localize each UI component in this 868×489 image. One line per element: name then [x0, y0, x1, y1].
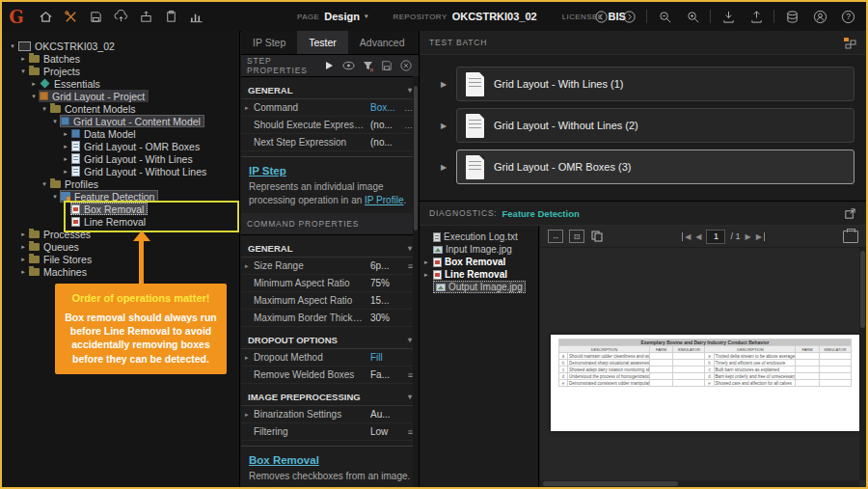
property-row-next-step[interactable]: Next Step Expression(no...: [241, 134, 419, 151]
vertical-scrollbar[interactable]: [859, 248, 866, 480]
database-icon[interactable]: [781, 6, 802, 27]
home-icon[interactable]: [35, 6, 56, 27]
tree-item-batches[interactable]: Batches: [2, 52, 239, 65]
expand-arrow-icon[interactable]: [61, 127, 70, 140]
clipboard-icon[interactable]: [160, 6, 181, 27]
property-value[interactable]: Box...: [370, 102, 401, 113]
property-value[interactable]: 15...: [370, 295, 401, 306]
diag-node-box-removal[interactable]: Box Removal: [422, 256, 535, 268]
property-value[interactable]: 6p...: [370, 260, 401, 271]
tree-item-profiles[interactable]: Profiles: [2, 177, 239, 190]
ip-step-help-link[interactable]: IP Step: [249, 165, 286, 177]
clear-filter-icon[interactable]: [361, 59, 374, 72]
menu-button[interactable]: [401, 370, 413, 380]
property-row-should-execute[interactable]: Should Execute Expression(no...: [241, 117, 419, 134]
expand-arrow-icon[interactable]: [18, 240, 28, 253]
diag-file-input-image[interactable]: Input Image.jpg: [422, 243, 535, 256]
account-icon[interactable]: [809, 6, 830, 27]
preview-eye-icon[interactable]: [341, 59, 355, 72]
tree-item-line-removal[interactable]: Line Removal: [2, 215, 239, 228]
batch-item-omr-boxes[interactable]: ▶ Grid Layout - OMR Boxes (3): [441, 149, 854, 184]
expand-arrow-icon[interactable]: [18, 265, 28, 278]
property-value[interactable]: Low: [370, 426, 401, 437]
scrollbar-thumb[interactable]: [860, 251, 865, 328]
property-value[interactable]: Au...: [370, 409, 401, 420]
print-icon[interactable]: [843, 231, 858, 243]
forward-icon[interactable]: [618, 6, 639, 27]
tree-item-grid-layout-project[interactable]: Grid Layout - Project: [2, 90, 239, 102]
next-page-button[interactable]: ▶: [746, 232, 751, 241]
horizontal-scrollbar[interactable]: [540, 480, 859, 487]
save-properties-icon[interactable]: [380, 59, 393, 72]
menu-button[interactable]: [401, 261, 413, 271]
group-header-general[interactable]: GENERAL▾: [241, 81, 419, 99]
change-test-batch-icon[interactable]: [843, 36, 856, 49]
ip-profile-link[interactable]: IP Profile: [365, 195, 403, 205]
close-icon[interactable]: [399, 59, 413, 72]
group-header-dropout[interactable]: DROPOUT OPTIONS▾: [241, 331, 419, 349]
expand-arrow-icon[interactable]: [61, 152, 70, 165]
tree-item-processes[interactable]: Processes: [2, 228, 239, 240]
expand-arrow-icon[interactable]: [40, 102, 49, 115]
open-external-icon[interactable]: [843, 206, 856, 220]
diag-node-line-removal[interactable]: Line Removal: [422, 268, 535, 281]
tree-item-queues[interactable]: Queues: [2, 240, 239, 253]
tree-item-grid-layout-content-model[interactable]: Grid Layout - Content Model: [2, 115, 239, 127]
tree-item-machines[interactable]: Machines: [2, 265, 239, 278]
expand-arrow-icon[interactable]: [61, 140, 70, 152]
expand-arrow-icon[interactable]: [424, 271, 433, 279]
page-number-input[interactable]: 1: [706, 230, 725, 244]
tree-item-content-models[interactable]: Content Models: [2, 102, 239, 115]
expand-arrow-icon[interactable]: [8, 40, 17, 52]
scrollbar[interactable]: [413, 76, 419, 487]
property-value[interactable]: (no...: [370, 120, 401, 130]
tab-ip-step[interactable]: IP Step: [241, 31, 297, 54]
property-row-remove-welded[interactable]: Remove Welded BoxesFa...: [241, 367, 419, 384]
property-value[interactable]: Fa...: [370, 369, 401, 380]
expand-arrow-icon[interactable]: [61, 165, 70, 177]
tree-item-grid-layout-with-lines[interactable]: Grid Layout - With Lines: [2, 152, 239, 165]
expand-arrow-icon[interactable]: [40, 177, 49, 190]
property-row-command[interactable]: CommandBox...: [241, 99, 419, 117]
property-value[interactable]: Fill: [370, 352, 401, 363]
group-header-preprocessing[interactable]: IMAGE PREPROCESSING▾: [241, 388, 419, 406]
expand-arrow-icon[interactable]: [50, 115, 60, 127]
expand-arrow-icon[interactable]: ▶: [441, 80, 456, 89]
batch-item-without-lines[interactable]: ▶ Grid Layout - Without Lines (2): [441, 108, 854, 143]
property-value[interactable]: 75%: [370, 278, 401, 288]
export-icon[interactable]: [135, 6, 156, 27]
expand-arrow-icon[interactable]: ▶: [441, 122, 456, 130]
expand-arrow-icon[interactable]: [18, 228, 28, 240]
tree-item-box-removal[interactable]: Box Removal: [2, 203, 239, 215]
fit-width-icon[interactable]: ↔: [548, 230, 563, 243]
expand-arrow-icon[interactable]: [29, 90, 39, 102]
property-row-min-aspect[interactable]: Minimum Aspect Ratio75%: [241, 275, 419, 292]
prev-page-button[interactable]: ◀: [695, 232, 701, 241]
diag-file-output-image[interactable]: Output Image.jpg: [422, 281, 535, 293]
property-row-max-border[interactable]: Maximum Border Thickness30%: [241, 310, 419, 327]
back-icon[interactable]: [590, 6, 611, 27]
thumbnails-icon[interactable]: [590, 231, 604, 242]
tab-tester[interactable]: Tester: [297, 31, 348, 54]
property-value[interactable]: (no...: [370, 137, 401, 148]
stats-icon[interactable]: [185, 6, 206, 27]
tree-item-grid-layout-without-lines[interactable]: Grid Layout - Without Lines: [2, 165, 239, 177]
expand-arrow-icon[interactable]: [50, 190, 60, 203]
tree-item-file-stores[interactable]: File Stores: [2, 253, 239, 265]
expand-arrow-icon[interactable]: [18, 52, 28, 65]
expand-arrow-icon[interactable]: [18, 253, 28, 265]
scrollbar-thumb[interactable]: [414, 86, 418, 231]
menu-button[interactable]: [401, 427, 413, 437]
last-page-button[interactable]: ▶: [756, 232, 765, 241]
expand-arrow-icon[interactable]: [18, 65, 28, 77]
box-removal-help-link[interactable]: Box Removal: [249, 454, 319, 466]
property-row-filtering[interactable]: FilteringLow: [241, 423, 419, 441]
fit-page-icon[interactable]: ⊡: [569, 230, 584, 243]
property-row-dropout-method[interactable]: Dropout MethodFill: [241, 349, 419, 367]
run-icon[interactable]: [322, 59, 336, 72]
expand-arrow-icon[interactable]: [29, 77, 39, 90]
expand-arrow-icon[interactable]: [245, 354, 254, 362]
tab-advanced[interactable]: Advanced: [348, 31, 417, 54]
diag-file-execution-log[interactable]: Execution Log.txt: [422, 231, 535, 243]
tree-item-data-model[interactable]: Data Model: [2, 127, 239, 140]
